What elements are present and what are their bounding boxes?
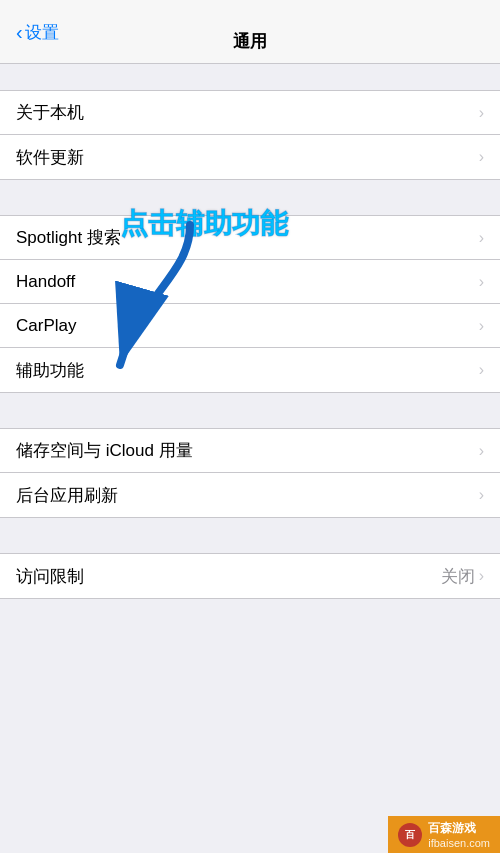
background-app-right: › — [479, 486, 484, 504]
accessibility-label: 辅助功能 — [16, 359, 84, 382]
about-label: 关于本机 — [16, 101, 84, 124]
spotlight-right: › — [479, 229, 484, 247]
handoff-chevron-icon: › — [479, 273, 484, 291]
watermark-logo: 百 — [398, 823, 422, 847]
row-spotlight[interactable]: Spotlight 搜索 › — [0, 216, 500, 260]
restrictions-label: 访问限制 — [16, 565, 84, 588]
handoff-label: Handoff — [16, 272, 75, 292]
software-update-chevron-icon: › — [479, 148, 484, 166]
gap-2 — [0, 393, 500, 428]
row-restrictions[interactable]: 访问限制 关闭 › — [0, 554, 500, 598]
row-carplay[interactable]: CarPlay › — [0, 304, 500, 348]
spotlight-chevron-icon: › — [479, 229, 484, 247]
carplay-chevron-icon: › — [479, 317, 484, 335]
restrictions-chevron-icon: › — [479, 567, 484, 585]
software-update-label: 软件更新 — [16, 146, 84, 169]
background-app-chevron-icon: › — [479, 486, 484, 504]
settings-group-1: 关于本机 › 软件更新 › — [0, 90, 500, 180]
handoff-right: › — [479, 273, 484, 291]
back-chevron-icon: ‹ — [16, 20, 23, 43]
row-software-update[interactable]: 软件更新 › — [0, 135, 500, 179]
storage-chevron-icon: › — [479, 442, 484, 460]
row-accessibility[interactable]: 辅助功能 › — [0, 348, 500, 392]
settings-content: 关于本机 › 软件更新 › Spotlight 搜索 › Handoff › — [0, 64, 500, 599]
settings-group-4: 访问限制 关闭 › — [0, 553, 500, 599]
settings-group-2: Spotlight 搜索 › Handoff › CarPlay › 辅助功能 … — [0, 215, 500, 393]
back-button[interactable]: ‹ 设置 — [8, 20, 67, 43]
row-storage[interactable]: 储存空间与 iCloud 用量 › — [0, 429, 500, 473]
carplay-right: › — [479, 317, 484, 335]
back-label: 设置 — [25, 20, 59, 43]
spotlight-label: Spotlight 搜索 — [16, 226, 121, 249]
about-chevron-icon: › — [479, 104, 484, 122]
accessibility-chevron-icon: › — [479, 361, 484, 379]
watermark: 百 百森游戏 ifbaisen.com — [388, 816, 500, 853]
row-handoff[interactable]: Handoff › — [0, 260, 500, 304]
row-about[interactable]: 关于本机 › — [0, 91, 500, 135]
about-right: › — [479, 104, 484, 122]
storage-right: › — [479, 442, 484, 460]
gap-1 — [0, 180, 500, 215]
page-title: 通用 — [233, 30, 267, 53]
storage-label: 储存空间与 iCloud 用量 — [16, 439, 193, 462]
top-gap — [0, 72, 500, 90]
restrictions-value: 关闭 — [441, 565, 475, 588]
carplay-label: CarPlay — [16, 316, 76, 336]
watermark-info: 百森游戏 ifbaisen.com — [428, 820, 490, 849]
navigation-bar: ‹ 设置 通用 — [0, 0, 500, 64]
accessibility-right: › — [479, 361, 484, 379]
watermark-site: 百森游戏 — [428, 820, 490, 837]
restrictions-right: 关闭 › — [441, 565, 484, 588]
watermark-url: ifbaisen.com — [428, 837, 490, 849]
software-update-right: › — [479, 148, 484, 166]
background-app-label: 后台应用刷新 — [16, 484, 118, 507]
gap-3 — [0, 518, 500, 553]
row-background-app[interactable]: 后台应用刷新 › — [0, 473, 500, 517]
settings-group-3: 储存空间与 iCloud 用量 › 后台应用刷新 › — [0, 428, 500, 518]
